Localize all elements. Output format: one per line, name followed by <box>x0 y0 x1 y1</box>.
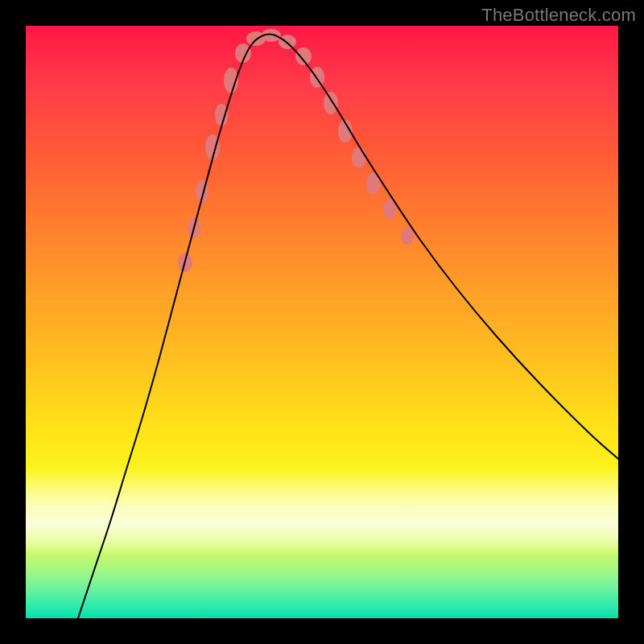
curve-layer <box>26 26 618 618</box>
marker-blob <box>401 227 414 245</box>
marker-blob <box>279 35 296 49</box>
marker-blob <box>310 67 324 88</box>
plot-background <box>26 26 618 618</box>
marker-blob <box>215 104 228 126</box>
marker-blob <box>324 92 338 114</box>
marker-blob <box>352 147 366 168</box>
chart-stage: TheBottleneck.com <box>0 0 644 644</box>
watermark-text: TheBottleneck.com <box>481 5 636 26</box>
marker-group <box>178 29 414 272</box>
marker-blob <box>295 47 312 65</box>
marker-blob <box>383 200 396 219</box>
